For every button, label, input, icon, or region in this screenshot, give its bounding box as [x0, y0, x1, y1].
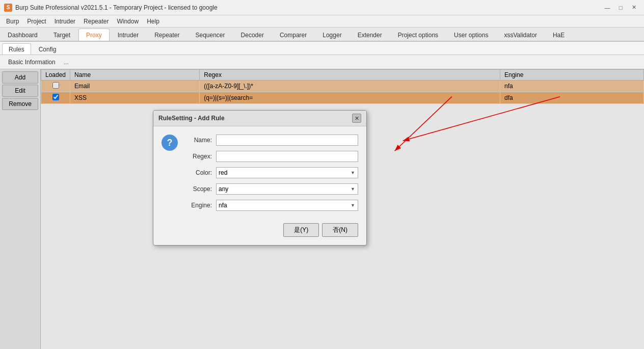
tab-target[interactable]: Target: [46, 29, 78, 41]
color-row: Color: red orange yellow green cyan blue…: [184, 167, 358, 178]
tab-repeater[interactable]: Repeater: [147, 29, 187, 41]
rule-setting-dialog: RuleSetting - Add Rule ✕ ? Name: Regex:: [153, 110, 367, 246]
tab-user-options[interactable]: User options: [446, 29, 496, 41]
menu-item-burp[interactable]: Burp: [2, 17, 23, 26]
dialog-fields: Name: Regex: Color: red: [184, 135, 358, 211]
engine-row: Engine: nfa dfa: [184, 200, 358, 211]
color-label: Color:: [184, 169, 212, 176]
tab-hae[interactable]: HaE: [545, 29, 572, 41]
title-bar-controls: — □ ✕: [601, 3, 640, 13]
cancel-button[interactable]: 否(N): [322, 223, 358, 237]
dialog-body: ? Name: Regex: Color:: [153, 126, 366, 219]
tab-project-options[interactable]: Project options: [390, 29, 446, 41]
tab-proxy[interactable]: Proxy: [78, 29, 110, 41]
scope-row: Scope: any request response: [184, 183, 358, 195]
regex-label: Regex:: [184, 153, 212, 160]
content-header: Basic Information ...: [0, 55, 644, 69]
maximize-button[interactable]: □: [614, 3, 627, 13]
menu-item-help[interactable]: Help: [143, 17, 164, 26]
name-label: Name:: [184, 137, 212, 144]
more-options-dots[interactable]: ...: [64, 59, 69, 66]
app-icon: S: [4, 4, 12, 12]
scope-select[interactable]: any request response: [216, 183, 358, 195]
engine-select[interactable]: nfa dfa: [216, 200, 358, 211]
tab-decoder[interactable]: Decoder: [233, 29, 272, 41]
name-row: Name:: [184, 135, 358, 146]
dialog-help-icon: ?: [162, 135, 178, 151]
menu-item-window[interactable]: Window: [113, 17, 143, 26]
scope-select-wrapper: any request response: [216, 183, 358, 195]
modal-overlay: RuleSetting - Add Rule ✕ ? Name: Regex:: [0, 69, 644, 349]
title-bar-text: Burp Suite Professional v2021.5.1 - Temp…: [15, 4, 218, 11]
dialog-titlebar: RuleSetting - Add Rule ✕: [153, 111, 366, 126]
dialog-title: RuleSetting - Add Rule: [158, 115, 225, 122]
engine-select-wrapper: nfa dfa: [216, 200, 358, 211]
sub-tab-rules[interactable]: Rules: [2, 43, 31, 55]
dialog-footer: 是(Y) 否(N): [153, 219, 366, 245]
scope-label: Scope:: [184, 185, 212, 193]
color-select-wrapper: red orange yellow green cyan blue magent…: [216, 167, 358, 178]
basic-information-link[interactable]: Basic Information: [4, 58, 60, 67]
main-content: Add Edit Remove Loaded Name Regex Engine…: [0, 69, 644, 349]
tab-logger[interactable]: Logger: [315, 29, 349, 41]
sub-tab-config[interactable]: Config: [32, 43, 63, 55]
tab-extender[interactable]: Extender: [350, 29, 390, 41]
tab-xss-validator[interactable]: xssValidator: [496, 29, 544, 41]
menu-item-project[interactable]: Project: [23, 17, 50, 26]
menu-bar: Burp Project Intruder Repeater Window He…: [0, 15, 644, 28]
main-tab-bar: Dashboard Target Proxy Intruder Repeater…: [0, 28, 644, 42]
regex-row: Regex:: [184, 151, 358, 162]
title-bar: S Burp Suite Professional v2021.5.1 - Te…: [0, 0, 644, 15]
sub-tab-bar: Rules Config: [0, 42, 644, 55]
tab-dashboard[interactable]: Dashboard: [0, 29, 45, 41]
engine-label: Engine:: [184, 202, 212, 209]
name-input[interactable]: [216, 135, 358, 146]
minimize-button[interactable]: —: [601, 3, 613, 13]
tab-comparer[interactable]: Comparer: [272, 29, 314, 41]
menu-item-intruder[interactable]: Intruder: [50, 17, 79, 26]
color-select[interactable]: red orange yellow green cyan blue magent…: [216, 167, 358, 178]
title-bar-left: S Burp Suite Professional v2021.5.1 - Te…: [4, 4, 218, 12]
tab-intruder[interactable]: Intruder: [110, 29, 146, 41]
confirm-button[interactable]: 是(Y): [283, 223, 319, 237]
tab-sequencer[interactable]: Sequencer: [188, 29, 233, 41]
menu-item-repeater[interactable]: Repeater: [79, 17, 113, 26]
dialog-close-button[interactable]: ✕: [352, 114, 361, 123]
regex-input[interactable]: [216, 151, 358, 162]
close-button[interactable]: ✕: [628, 3, 640, 13]
